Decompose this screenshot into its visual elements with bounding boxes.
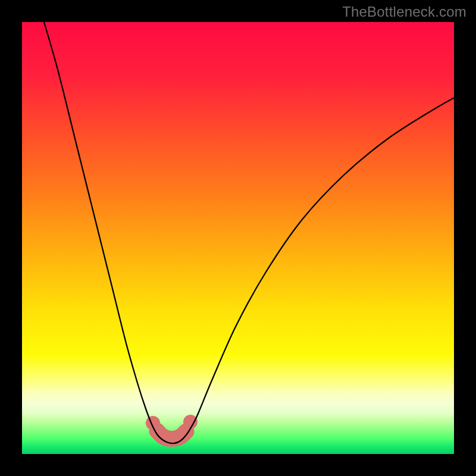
optimal-range-highlight (157, 431, 186, 439)
range-endpoint-right (183, 415, 198, 429)
chart-frame (22, 22, 454, 454)
bottleneck-curve (42, 22, 454, 443)
watermark-text: TheBottleneck.com (342, 4, 466, 20)
chart-plot (22, 22, 454, 454)
